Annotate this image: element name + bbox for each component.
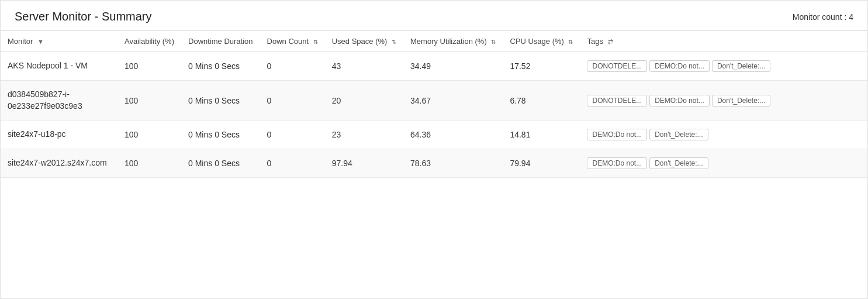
col-header-cpu[interactable]: CPU Usage (%) ⇅ (503, 31, 580, 52)
table-row: site24x7-w2012.s24x7.com1000 Mins 0 Secs… (1, 149, 867, 178)
cell-cpu: 17.52 (503, 52, 580, 81)
cell-availability: 100 (117, 52, 181, 81)
tag-badge[interactable]: DEMO:Do not... (649, 95, 710, 106)
cell-downcount: 0 (260, 121, 325, 149)
tag-badge[interactable]: DEMO:Do not... (587, 157, 647, 169)
cell-downtime: 0 Mins 0 Secs (181, 52, 260, 81)
page-title: Server Monitor - Summary (15, 10, 152, 23)
cell-usedspace: 23 (325, 121, 403, 149)
tag-badge[interactable]: Don't_Delete:... (649, 157, 708, 169)
col-header-availability: Availability (%) (117, 31, 181, 52)
col-header-memory[interactable]: Memory Utilization (%) ⇅ (403, 31, 503, 52)
cell-availability: 100 (117, 81, 181, 121)
page-header: Server Monitor - Summary Monitor count :… (1, 1, 867, 30)
tag-badge[interactable]: Don't_Delete:... (649, 129, 708, 140)
col-header-downcount[interactable]: Down Count ⇅ (260, 31, 325, 52)
col-tags-label: Tags (587, 37, 603, 46)
col-availability-label: Availability (%) (125, 37, 174, 46)
table-row: d0384509b827-i-0e233e27f9e03c9e31000 Min… (1, 81, 867, 121)
cell-usedspace: 97.94 (325, 149, 403, 178)
col-usedspace-label: Used Space (%) (332, 37, 388, 46)
cell-tags: DONOTDELE...DEMO:Do not...Don't_Delete:.… (580, 81, 867, 121)
tag-badge[interactable]: DONOTDELE... (587, 95, 647, 106)
cell-downtime: 0 Mins 0 Secs (181, 149, 260, 178)
downcount-sort-icon[interactable]: ⇅ (313, 39, 318, 45)
monitor-count: Monitor count : 4 (793, 12, 853, 22)
summary-table: Monitor ▼ Availability (%) Downtime Dura… (1, 30, 867, 178)
cell-cpu: 6.78 (503, 81, 580, 121)
cell-availability: 100 (117, 149, 181, 178)
table-row: site24x7-u18-pc1000 Mins 0 Secs02364.361… (1, 121, 867, 149)
col-cpu-label: CPU Usage (%) (510, 37, 563, 46)
cell-usedspace: 20 (325, 81, 403, 121)
tags-filter-icon[interactable]: ⇄ (608, 38, 613, 46)
usedspace-sort-icon[interactable]: ⇅ (392, 39, 396, 45)
col-header-monitor[interactable]: Monitor ▼ (1, 31, 117, 52)
cell-cpu: 79.94 (503, 149, 580, 178)
table-header: Monitor ▼ Availability (%) Downtime Dura… (1, 31, 867, 52)
col-header-tags[interactable]: Tags ⇄ (580, 31, 867, 52)
cell-memory: 34.67 (403, 81, 503, 121)
col-header-usedspace[interactable]: Used Space (%) ⇅ (325, 31, 403, 52)
cell-downcount: 0 (260, 81, 325, 121)
cell-tags: DONOTDELE...DEMO:Do not...Don't_Delete:.… (580, 52, 867, 81)
cell-downtime: 0 Mins 0 Secs (181, 81, 260, 121)
tag-badge[interactable]: Don't_Delete:... (712, 60, 770, 72)
cell-memory: 64.36 (403, 121, 503, 149)
cell-tags: DEMO:Do not...Don't_Delete:... (580, 149, 867, 178)
tag-badge[interactable]: DONOTDELE... (587, 60, 647, 72)
cell-downcount: 0 (260, 52, 325, 81)
col-downcount-label: Down Count (267, 37, 309, 46)
col-header-downtime: Downtime Duration (181, 31, 260, 52)
cell-memory: 78.63 (403, 149, 503, 178)
col-monitor-label: Monitor (8, 37, 33, 46)
cell-tags: DEMO:Do not...Don't_Delete:... (580, 121, 867, 149)
monitor-filter-icon[interactable]: ▼ (37, 38, 44, 45)
cell-availability: 100 (117, 121, 181, 149)
cell-monitor: site24x7-w2012.s24x7.com (1, 149, 117, 178)
cell-monitor: site24x7-u18-pc (1, 121, 117, 149)
cell-cpu: 14.81 (503, 121, 580, 149)
tag-badge[interactable]: DEMO:Do not... (587, 129, 647, 140)
table-row: AKS Nodepool 1 - VM1000 Mins 0 Secs04334… (1, 52, 867, 81)
main-container: Server Monitor - Summary Monitor count :… (0, 0, 868, 299)
cpu-sort-icon[interactable]: ⇅ (568, 39, 573, 45)
memory-sort-icon[interactable]: ⇅ (491, 39, 496, 45)
cell-memory: 34.49 (403, 52, 503, 81)
cell-usedspace: 43 (325, 52, 403, 81)
cell-monitor: d0384509b827-i-0e233e27f9e03c9e3 (1, 81, 117, 121)
col-memory-label: Memory Utilization (%) (410, 37, 487, 46)
table-body: AKS Nodepool 1 - VM1000 Mins 0 Secs04334… (1, 52, 867, 178)
col-downtime-label: Downtime Duration (188, 37, 253, 46)
tag-badge[interactable]: DEMO:Do not... (649, 60, 710, 72)
tag-badge[interactable]: Don't_Delete:... (712, 95, 770, 106)
cell-downtime: 0 Mins 0 Secs (181, 121, 260, 149)
cell-monitor: AKS Nodepool 1 - VM (1, 52, 117, 81)
cell-downcount: 0 (260, 149, 325, 178)
